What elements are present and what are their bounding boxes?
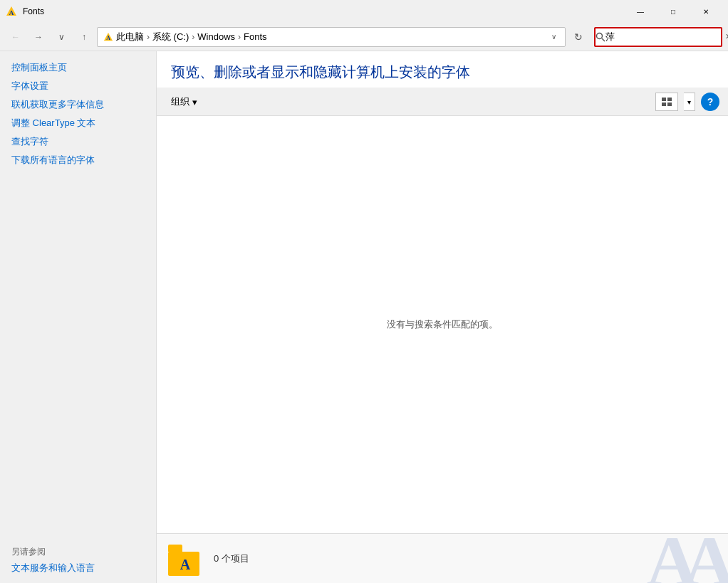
svg-rect-9 [667, 103, 672, 106]
sidebar-get-more-fonts[interactable]: 联机获取更多字体信息 [11, 97, 145, 112]
toolbar: 组织 ▾ ▾ ? [157, 88, 728, 116]
title-bar-left: A Fonts [6, 6, 44, 17]
organize-button[interactable]: 组织 ▾ [165, 93, 203, 111]
also-see-label: 另请参阅 [11, 546, 145, 558]
folder-a-letter: A [180, 557, 190, 573]
view-icon [661, 97, 672, 107]
breadcrumb-c-drive[interactable]: 系统 (C:) [152, 31, 189, 43]
refresh-button[interactable]: ↻ [568, 27, 588, 47]
search-bar: ✕ [594, 27, 722, 47]
address-icon: A [103, 32, 113, 42]
sidebar-control-panel[interactable]: 控制面板主页 [11, 60, 145, 75]
minimize-button[interactable]: — [624, 0, 657, 23]
svg-line-5 [602, 38, 605, 41]
content-title: 预览、删除或者显示和隐藏计算机上安装的字体 [171, 63, 714, 82]
up-button[interactable]: ↑ [74, 27, 94, 47]
sidebar: 控制面板主页 字体设置 联机获取更多字体信息 调整 ClearType 文本 查… [0, 51, 157, 583]
item-count: 0 个项目 [214, 552, 249, 565]
main-layout: 控制面板主页 字体设置 联机获取更多字体信息 调整 ClearType 文本 查… [0, 51, 728, 583]
empty-message: 没有与搜索条件匹配的项。 [387, 318, 498, 331]
close-button[interactable]: ✕ [690, 0, 722, 23]
window-controls: — □ ✕ [624, 0, 722, 23]
content-header: 预览、删除或者显示和隐藏计算机上安装的字体 [157, 51, 728, 88]
organize-arrow: ▾ [192, 97, 197, 107]
svg-rect-6 [662, 98, 666, 101]
svg-rect-7 [667, 98, 672, 101]
back-button[interactable]: ← [6, 27, 26, 47]
magnifier-icon [596, 32, 605, 42]
maximize-button[interactable]: □ [657, 0, 690, 23]
breadcrumb-windows[interactable]: Windows [197, 31, 235, 42]
breadcrumb: 此电脑 › 系统 (C:) › Windows › Fonts [116, 31, 545, 43]
svg-text:A: A [9, 9, 14, 16]
svg-rect-8 [662, 103, 666, 106]
content-area: 预览、删除或者显示和隐藏计算机上安装的字体 组织 ▾ ▾ ? [157, 51, 728, 583]
view-dropdown-button[interactable]: ▾ [684, 93, 695, 111]
sidebar-text-services[interactable]: 文本服务和输入语言 [11, 561, 95, 574]
svg-text:A: A [106, 35, 110, 41]
nav-bar: ← → ∨ ↑ A 此电脑 › 系统 (C:) › Windows › Font… [0, 23, 728, 51]
folder-icon: A [168, 542, 202, 576]
search-input[interactable] [605, 31, 725, 42]
breadcrumb-fonts[interactable]: Fonts [244, 31, 267, 42]
sidebar-find-char[interactable]: 查找字符 [11, 134, 145, 149]
help-button[interactable]: ? [701, 93, 719, 111]
search-clear-button[interactable]: ✕ [725, 28, 728, 46]
address-bar[interactable]: A 此电脑 › 系统 (C:) › Windows › Fonts ∨ [97, 27, 566, 47]
sidebar-bottom: 另请参阅 文本服务和输入语言 [11, 532, 145, 574]
breadcrumb-this-pc[interactable]: 此电脑 [116, 31, 144, 43]
window-title: Fonts [23, 6, 44, 16]
forward-button[interactable]: → [28, 27, 48, 47]
dropdown-button[interactable]: ∨ [51, 27, 71, 47]
sidebar-download-fonts[interactable]: 下载所有语言的字体 [11, 152, 145, 168]
sidebar-font-settings[interactable]: 字体设置 [11, 78, 145, 94]
svg-point-4 [597, 33, 603, 38]
content-body: 没有与搜索条件匹配的项。 [157, 116, 728, 533]
title-bar: A Fonts — □ ✕ [0, 0, 728, 23]
organize-label: 组织 [171, 95, 189, 108]
app-icon: A [6, 6, 17, 17]
folder-tab [168, 545, 182, 552]
search-icon [596, 28, 605, 46]
status-bar: A 0 个项目 A A [157, 533, 728, 583]
bg-decorations: A A [647, 533, 728, 583]
sidebar-cleartype[interactable]: 调整 ClearType 文本 [11, 115, 145, 131]
address-dropdown[interactable]: ∨ [548, 28, 559, 46]
view-button[interactable] [655, 93, 678, 111]
